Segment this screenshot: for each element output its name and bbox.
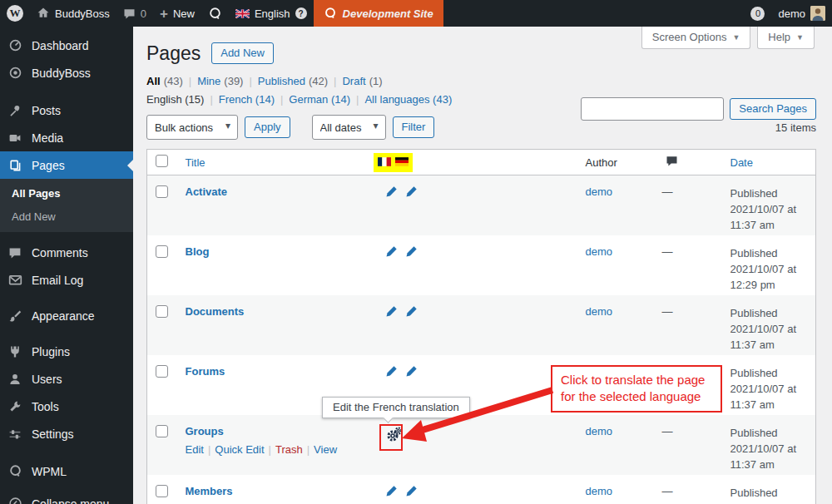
trash-action[interactable]: Trash	[275, 443, 303, 456]
site-name-menu[interactable]: BuddyBoss	[30, 0, 116, 27]
apply-button[interactable]: Apply	[245, 116, 290, 138]
page-title-link[interactable]: Members	[186, 485, 233, 497]
sidebar-item-wpml[interactable]: WPML	[0, 457, 133, 485]
new-content-menu[interactable]: + New	[153, 0, 201, 27]
filter-count: (1)	[369, 75, 383, 87]
column-title-sort[interactable]: Title	[186, 156, 206, 169]
page-title-link[interactable]: Blog	[186, 245, 210, 258]
edit-action[interactable]: Edit	[186, 443, 204, 456]
filter-mine[interactable]: Mine	[197, 75, 220, 87]
edit-french-translation-icon[interactable]	[385, 485, 398, 497]
add-new-button[interactable]: Add New	[211, 42, 274, 64]
german-flag-icon	[395, 156, 409, 169]
translation-in-progress-gear-icon[interactable]	[385, 425, 405, 443]
page-title-link[interactable]: Groups	[186, 425, 224, 437]
collapse-menu-button[interactable]: Collapse menu	[0, 490, 133, 504]
row-checkbox[interactable]	[156, 305, 168, 318]
row-checkbox[interactable]	[156, 485, 168, 497]
comments-count: 0	[141, 7, 146, 20]
filter-draft[interactable]: Draft	[342, 75, 365, 87]
search-pages-button[interactable]: Search Pages	[730, 98, 816, 120]
language-switcher-menu[interactable]: English ?	[229, 0, 314, 27]
sidebar-item-tools[interactable]: Tools	[0, 393, 133, 420]
submenu-add-new[interactable]: Add New	[0, 205, 133, 229]
date-cell: Published	[716, 475, 816, 504]
quick-edit-action[interactable]: Quick Edit	[215, 443, 264, 456]
pages-submenu: All Pages Add New	[0, 179, 133, 232]
edit-french-translation-icon[interactable]	[385, 245, 398, 258]
wpml-menu[interactable]	[201, 0, 229, 27]
pushpin-icon	[7, 104, 23, 117]
sidebar-item-label: Tools	[32, 400, 59, 413]
view-action[interactable]: View	[314, 443, 337, 456]
sidebar-item-media[interactable]: Media	[0, 124, 133, 151]
help-button[interactable]: Help ▼	[757, 27, 815, 49]
edit-french-translation-icon[interactable]	[385, 305, 398, 318]
row-checkbox[interactable]	[156, 425, 168, 437]
filter-all[interactable]: All	[146, 75, 161, 87]
comments-menu[interactable]: 0	[116, 0, 153, 27]
row-checkbox[interactable]	[156, 185, 168, 198]
author-link[interactable]: demo	[586, 185, 613, 198]
sidebar-item-label: Settings	[32, 427, 74, 441]
row-actions: Edit|Quick Edit|Trash|View	[186, 443, 369, 456]
sidebar-item-posts[interactable]: Posts	[0, 96, 133, 124]
language-filter-all[interactable]: All languages (43)	[364, 93, 452, 106]
my-account-menu[interactable]: demo	[771, 0, 832, 27]
edit-german-translation-icon[interactable]	[405, 305, 418, 318]
language-filter-german[interactable]: German (14)	[289, 93, 350, 106]
language-filter-english[interactable]: English (15)	[146, 93, 204, 106]
screen-options-button[interactable]: Screen Options ▼	[641, 27, 751, 49]
chevron-down-icon: ▼	[732, 33, 740, 42]
user-avatar	[810, 6, 825, 21]
bulk-actions-select[interactable]: Bulk actions	[146, 115, 238, 140]
search-input[interactable]	[581, 97, 724, 121]
page-title-link[interactable]: Documents	[186, 305, 245, 318]
column-date-sort[interactable]: Date	[730, 156, 753, 169]
page-title-link[interactable]: Activate	[186, 185, 228, 198]
dates-select[interactable]: All dates	[312, 115, 386, 140]
edit-german-translation-icon[interactable]	[405, 365, 418, 378]
wpml-q-icon	[208, 7, 222, 21]
select-all-checkbox[interactable]	[156, 155, 168, 167]
edit-german-translation-icon[interactable]	[405, 485, 418, 497]
comments-dash: —	[658, 185, 673, 198]
comments-dash: —	[658, 305, 673, 318]
language-filter-french[interactable]: French (14)	[219, 93, 275, 106]
sidebar-item-email-log[interactable]: Email Log	[0, 266, 133, 294]
page-title-link[interactable]: Forums	[186, 365, 225, 378]
update-badge[interactable]: 0	[744, 0, 771, 27]
sidebar-item-pages[interactable]: Pages	[0, 151, 133, 179]
edit-german-translation-icon[interactable]	[405, 185, 418, 198]
edit-german-translation-icon[interactable]	[413, 427, 425, 440]
filter-published[interactable]: Published	[258, 75, 305, 87]
sidebar-item-buddyboss[interactable]: BuddyBoss	[0, 59, 133, 86]
row-checkbox[interactable]	[156, 365, 168, 378]
sidebar-item-settings[interactable]: Settings	[0, 420, 133, 447]
date-cell: Published2021/10/07 at12:29 pm	[716, 235, 816, 295]
edit-french-translation-icon[interactable]	[385, 185, 398, 198]
sidebar-item-dashboard[interactable]: Dashboard	[0, 32, 133, 59]
sidebar-item-plugins[interactable]: Plugins	[0, 338, 133, 365]
sidebar-item-appearance[interactable]: Appearance	[0, 302, 133, 329]
wpml-dev-site-q-icon	[324, 7, 337, 20]
wrench-icon	[7, 400, 23, 413]
development-site-menu[interactable]: Development Site	[314, 0, 443, 27]
search-form: Search Pages	[581, 97, 816, 121]
filter-button[interactable]: Filter	[393, 116, 435, 138]
author-link[interactable]: demo	[586, 245, 613, 258]
row-checkbox[interactable]	[156, 245, 168, 258]
author-link[interactable]: demo	[586, 305, 613, 318]
sidebar-item-comments[interactable]: Comments	[0, 239, 133, 266]
wp-logo-menu[interactable]: W	[0, 0, 30, 27]
comments-dash: —	[658, 245, 673, 258]
edit-french-translation-icon[interactable]	[385, 365, 398, 378]
language-help-icon: ?	[295, 7, 307, 19]
author-link[interactable]: demo	[586, 485, 613, 497]
sidebar-item-users[interactable]: Users	[0, 365, 133, 393]
wordpress-admin-screen: W BuddyBoss 0 + New English	[0, 0, 832, 504]
dev-site-label: Development Site	[343, 7, 433, 20]
author-link[interactable]: demo	[586, 425, 613, 437]
edit-german-translation-icon[interactable]	[405, 245, 418, 258]
submenu-all-pages[interactable]: All Pages	[0, 182, 133, 205]
